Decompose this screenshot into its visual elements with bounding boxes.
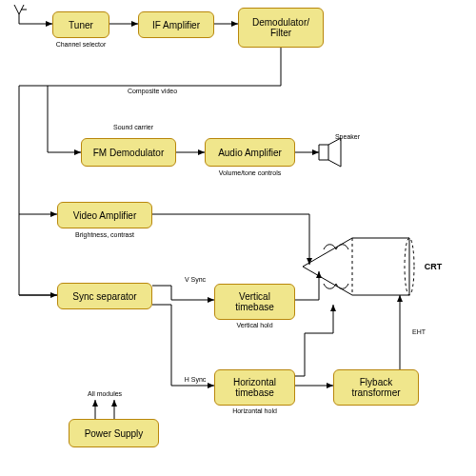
antenna-icon — [14, 5, 29, 24]
crt-icon — [303, 238, 414, 295]
tuner-block: Tuner — [52, 11, 109, 38]
svg-point-8 — [405, 238, 414, 295]
volume-tone-label: Volume/tone controls — [205, 169, 295, 176]
composite-label: Composite video — [95, 88, 209, 94]
eht-label: EHT — [405, 328, 433, 335]
hsync-label: H Sync — [176, 376, 214, 383]
vertical-hold-label: Vertical hold — [214, 322, 295, 328]
video-amp-block: Video Amplifier — [57, 202, 152, 228]
vertical-tb-block: Vertical timebase — [214, 284, 295, 320]
crt-label: CRT — [419, 262, 447, 271]
horizontal-tb-block: Horizontal timebase — [214, 369, 295, 406]
vsync-label: V Sync — [176, 276, 214, 283]
all-modules-label: All modules — [76, 390, 133, 397]
speaker-icon — [319, 138, 341, 167]
brightness-label: Brightness, contrast — [57, 231, 152, 238]
psu-block: Power Supply — [69, 419, 159, 447]
channel-selector-label: Channel selector — [52, 41, 109, 48]
demod-block: Demodulator/ Filter — [238, 8, 324, 48]
speaker-label: Speaker — [328, 133, 367, 140]
flyback-block: Flyback transformer — [333, 369, 419, 406]
sync-sep-block: Sync separator — [57, 283, 152, 309]
if-amp-block: IF Amplifier — [138, 11, 214, 38]
sound-carrier-label: Sound carrier — [95, 124, 171, 130]
fm-demod-block: FM Demodulator — [81, 138, 176, 167]
horizontal-hold-label: Horizontal hold — [214, 407, 295, 414]
audio-amp-block: Audio Amplifier — [205, 138, 295, 167]
